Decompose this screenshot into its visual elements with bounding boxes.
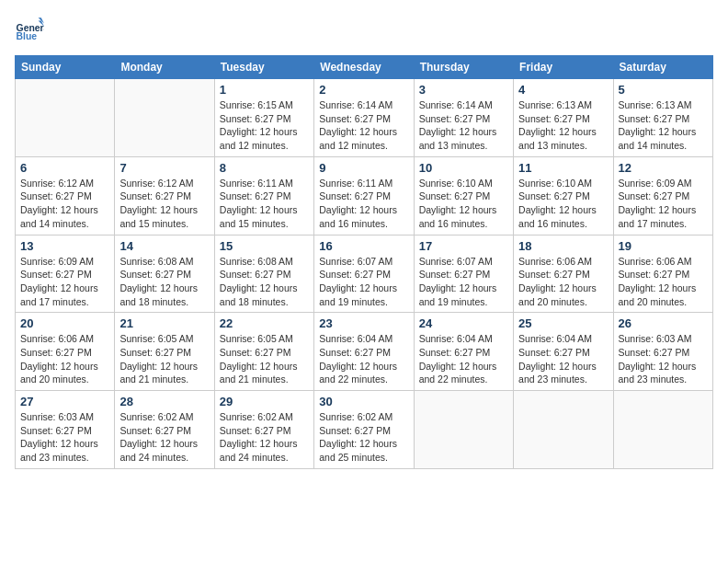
weekday-header: Sunday — [16, 56, 115, 79]
day-number: 1 — [220, 83, 309, 97]
day-info: Sunrise: 6:09 AMSunset: 6:27 PMDaylight:… — [619, 177, 708, 231]
day-info: Sunrise: 6:05 AMSunset: 6:27 PMDaylight:… — [220, 332, 309, 386]
day-info: Sunrise: 6:07 AMSunset: 6:27 PMDaylight:… — [419, 255, 508, 309]
calendar-cell: 8Sunrise: 6:11 AMSunset: 6:27 PMDaylight… — [214, 156, 313, 235]
calendar-cell: 24Sunrise: 6:04 AMSunset: 6:27 PMDayligh… — [414, 313, 513, 391]
day-info: Sunrise: 6:02 AMSunset: 6:27 PMDaylight:… — [119, 410, 209, 465]
calendar-cell: 13Sunrise: 6:09 AMSunset: 6:27 PMDayligh… — [16, 235, 115, 313]
day-number: 25 — [518, 316, 608, 330]
day-number: 6 — [20, 161, 109, 175]
day-info: Sunrise: 6:06 AMSunset: 6:27 PMDaylight:… — [619, 255, 708, 309]
calendar-cell: 18Sunrise: 6:06 AMSunset: 6:27 PMDayligh… — [514, 235, 613, 313]
day-info: Sunrise: 6:02 AMSunset: 6:27 PMDaylight:… — [319, 410, 408, 465]
calendar-cell: 17Sunrise: 6:07 AMSunset: 6:27 PMDayligh… — [414, 235, 513, 313]
weekday-header: Thursday — [414, 56, 513, 79]
day-number: 3 — [419, 83, 508, 97]
day-info: Sunrise: 6:07 AMSunset: 6:27 PMDaylight:… — [319, 255, 408, 309]
day-info: Sunrise: 6:10 AMSunset: 6:27 PMDaylight:… — [419, 177, 508, 231]
calendar-week-row: 27Sunrise: 6:03 AMSunset: 6:27 PMDayligh… — [16, 391, 713, 469]
day-info: Sunrise: 6:13 AMSunset: 6:27 PMDaylight:… — [518, 98, 608, 153]
day-info: Sunrise: 6:14 AMSunset: 6:27 PMDaylight:… — [419, 98, 508, 153]
day-number: 26 — [619, 316, 708, 330]
calendar-cell: 19Sunrise: 6:06 AMSunset: 6:27 PMDayligh… — [613, 235, 712, 313]
page-header: General Blue — [15, 15, 713, 44]
day-number: 21 — [119, 316, 209, 330]
day-info: Sunrise: 6:08 AMSunset: 6:27 PMDaylight:… — [119, 255, 209, 309]
day-info: Sunrise: 6:11 AMSunset: 6:27 PMDaylight:… — [319, 177, 408, 231]
day-number: 30 — [319, 395, 408, 408]
day-number: 10 — [419, 161, 508, 175]
calendar-cell: 22Sunrise: 6:05 AMSunset: 6:27 PMDayligh… — [214, 313, 313, 391]
day-info: Sunrise: 6:03 AMSunset: 6:27 PMDaylight:… — [619, 332, 708, 386]
calendar-cell: 23Sunrise: 6:04 AMSunset: 6:27 PMDayligh… — [314, 313, 414, 391]
day-info: Sunrise: 6:08 AMSunset: 6:27 PMDaylight:… — [220, 255, 309, 309]
calendar-cell: 25Sunrise: 6:04 AMSunset: 6:27 PMDayligh… — [514, 313, 613, 391]
calendar-cell: 30Sunrise: 6:02 AMSunset: 6:27 PMDayligh… — [314, 391, 414, 469]
day-info: Sunrise: 6:04 AMSunset: 6:27 PMDaylight:… — [319, 332, 408, 386]
calendar-cell — [414, 391, 513, 469]
weekday-header: Friday — [514, 56, 613, 79]
calendar-cell — [115, 79, 214, 157]
calendar-cell: 4Sunrise: 6:13 AMSunset: 6:27 PMDaylight… — [514, 79, 613, 157]
calendar-week-row: 20Sunrise: 6:06 AMSunset: 6:27 PMDayligh… — [16, 313, 713, 391]
day-number: 22 — [220, 316, 309, 330]
weekday-header: Monday — [115, 56, 214, 79]
calendar-cell: 20Sunrise: 6:06 AMSunset: 6:27 PMDayligh… — [16, 313, 115, 391]
calendar-cell: 5Sunrise: 6:13 AMSunset: 6:27 PMDaylight… — [613, 79, 712, 157]
logo: General Blue — [15, 15, 50, 44]
day-number: 29 — [220, 395, 309, 408]
day-number: 19 — [619, 239, 708, 253]
weekday-header: Saturday — [613, 56, 712, 79]
calendar-cell — [613, 391, 712, 469]
calendar-cell: 7Sunrise: 6:12 AMSunset: 6:27 PMDaylight… — [115, 156, 214, 235]
day-number: 15 — [220, 239, 309, 253]
calendar-cell: 27Sunrise: 6:03 AMSunset: 6:27 PMDayligh… — [16, 391, 115, 469]
day-number: 14 — [119, 239, 209, 253]
day-number: 4 — [518, 83, 608, 97]
day-number: 9 — [319, 161, 408, 175]
day-number: 12 — [619, 161, 708, 175]
day-info: Sunrise: 6:10 AMSunset: 6:27 PMDaylight:… — [518, 177, 608, 231]
calendar-cell: 1Sunrise: 6:15 AMSunset: 6:27 PMDaylight… — [214, 79, 313, 157]
day-info: Sunrise: 6:12 AMSunset: 6:27 PMDaylight:… — [20, 177, 109, 231]
day-info: Sunrise: 6:09 AMSunset: 6:27 PMDaylight:… — [20, 255, 109, 309]
calendar-week-row: 6Sunrise: 6:12 AMSunset: 6:27 PMDaylight… — [16, 156, 713, 235]
calendar-cell: 3Sunrise: 6:14 AMSunset: 6:27 PMDaylight… — [414, 79, 513, 157]
logo-icon: General Blue — [15, 15, 44, 44]
calendar-cell — [16, 79, 115, 157]
day-info: Sunrise: 6:15 AMSunset: 6:27 PMDaylight:… — [220, 98, 309, 153]
day-info: Sunrise: 6:04 AMSunset: 6:27 PMDaylight:… — [518, 332, 608, 386]
day-info: Sunrise: 6:04 AMSunset: 6:27 PMDaylight:… — [419, 332, 508, 386]
day-number: 28 — [119, 395, 209, 408]
svg-text:Blue: Blue — [17, 31, 38, 41]
weekday-header: Tuesday — [214, 56, 313, 79]
calendar-cell: 11Sunrise: 6:10 AMSunset: 6:27 PMDayligh… — [514, 156, 613, 235]
calendar-cell: 9Sunrise: 6:11 AMSunset: 6:27 PMDaylight… — [314, 156, 414, 235]
day-info: Sunrise: 6:05 AMSunset: 6:27 PMDaylight:… — [119, 332, 209, 386]
calendar-cell: 12Sunrise: 6:09 AMSunset: 6:27 PMDayligh… — [613, 156, 712, 235]
calendar-week-row: 13Sunrise: 6:09 AMSunset: 6:27 PMDayligh… — [16, 235, 713, 313]
day-number: 20 — [20, 316, 109, 330]
calendar-cell: 21Sunrise: 6:05 AMSunset: 6:27 PMDayligh… — [115, 313, 214, 391]
day-info: Sunrise: 6:14 AMSunset: 6:27 PMDaylight:… — [319, 98, 408, 153]
day-number: 24 — [419, 316, 508, 330]
calendar-cell: 15Sunrise: 6:08 AMSunset: 6:27 PMDayligh… — [214, 235, 313, 313]
calendar-week-row: 1Sunrise: 6:15 AMSunset: 6:27 PMDaylight… — [16, 79, 713, 157]
calendar-cell: 26Sunrise: 6:03 AMSunset: 6:27 PMDayligh… — [613, 313, 712, 391]
day-info: Sunrise: 6:13 AMSunset: 6:27 PMDaylight:… — [619, 98, 708, 153]
day-number: 23 — [319, 316, 408, 330]
day-number: 2 — [319, 83, 408, 97]
day-info: Sunrise: 6:03 AMSunset: 6:27 PMDaylight:… — [20, 410, 109, 465]
calendar-header: SundayMondayTuesdayWednesdayThursdayFrid… — [16, 56, 713, 79]
day-number: 11 — [518, 161, 608, 175]
day-info: Sunrise: 6:06 AMSunset: 6:27 PMDaylight:… — [20, 332, 109, 386]
day-number: 7 — [119, 161, 209, 175]
day-info: Sunrise: 6:06 AMSunset: 6:27 PMDaylight:… — [518, 255, 608, 309]
calendar-cell: 2Sunrise: 6:14 AMSunset: 6:27 PMDaylight… — [314, 79, 414, 157]
day-number: 13 — [20, 239, 109, 253]
day-number: 8 — [220, 161, 309, 175]
calendar-cell: 16Sunrise: 6:07 AMSunset: 6:27 PMDayligh… — [314, 235, 414, 313]
calendar-cell: 29Sunrise: 6:02 AMSunset: 6:27 PMDayligh… — [214, 391, 313, 469]
day-info: Sunrise: 6:02 AMSunset: 6:27 PMDaylight:… — [220, 410, 309, 465]
calendar-cell: 6Sunrise: 6:12 AMSunset: 6:27 PMDaylight… — [16, 156, 115, 235]
